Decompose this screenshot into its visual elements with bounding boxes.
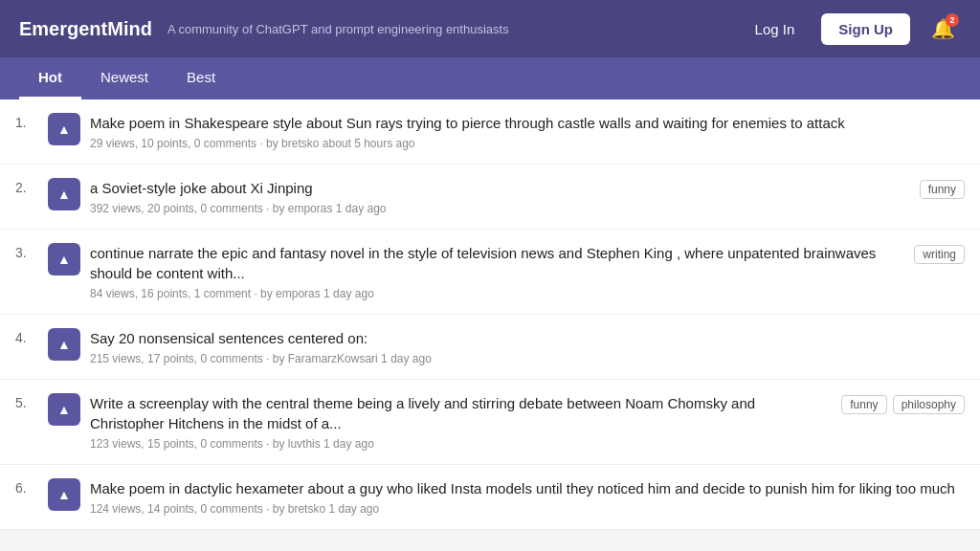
item-content: Make poem in dactylic hexameter about a … bbox=[90, 478, 965, 516]
upvote-arrow-icon: ▲ bbox=[57, 338, 71, 351]
tag-philosophy[interactable]: philosophy bbox=[893, 395, 965, 414]
item-content: continue narrate the epic and fantasy no… bbox=[90, 243, 904, 300]
item-number: 6. bbox=[15, 478, 38, 496]
site-logo: EmergentMind bbox=[19, 18, 152, 40]
upvote-arrow-icon: ▲ bbox=[57, 187, 71, 201]
nav-tabs: Hot Newest Best bbox=[0, 57, 980, 99]
tag-funny[interactable]: funny bbox=[841, 395, 886, 414]
login-button[interactable]: Log In bbox=[744, 15, 807, 43]
item-content: Write a screenplay with the central them… bbox=[90, 393, 832, 451]
item-tags: writing bbox=[914, 243, 965, 264]
notification-badge: 2 bbox=[946, 13, 959, 27]
signup-button[interactable]: Sign Up bbox=[821, 13, 910, 45]
upvote-button[interactable]: ▲ bbox=[48, 478, 80, 511]
item-number: 1. bbox=[15, 113, 38, 130]
list-item: 1.▲Make poem in Shakespeare style about … bbox=[0, 99, 980, 165]
item-meta: 84 views, 16 points, 1 comment · by empo… bbox=[90, 287, 904, 300]
tag-funny[interactable]: funny bbox=[920, 180, 965, 199]
upvote-arrow-icon: ▲ bbox=[57, 488, 71, 501]
header: EmergentMind A community of ChatGPT and … bbox=[0, 0, 980, 57]
item-title[interactable]: a Soviet-style joke about Xi Jinping bbox=[90, 178, 910, 198]
upvote-button[interactable]: ▲ bbox=[48, 243, 80, 276]
list-item: 4.▲Say 20 nonsensical sentences centered… bbox=[0, 315, 980, 380]
site-tagline: A community of ChatGPT and prompt engine… bbox=[167, 22, 509, 36]
item-meta: 123 views, 15 points, 0 comments · by lu… bbox=[90, 437, 832, 451]
tab-best[interactable]: Best bbox=[167, 57, 234, 99]
item-number: 4. bbox=[15, 328, 38, 345]
upvote-arrow-icon: ▲ bbox=[57, 253, 71, 266]
item-content: Make poem in Shakespeare style about Sun… bbox=[90, 113, 965, 150]
item-meta: 392 views, 20 points, 0 comments · by em… bbox=[90, 202, 910, 215]
item-number: 5. bbox=[15, 393, 38, 410]
item-tags: funny bbox=[920, 178, 965, 199]
posts-list: 1.▲Make poem in Shakespeare style about … bbox=[0, 99, 980, 530]
upvote-button[interactable]: ▲ bbox=[48, 328, 80, 361]
item-title[interactable]: Write a screenplay with the central them… bbox=[90, 393, 832, 433]
item-meta: 215 views, 17 points, 0 comments · by Fa… bbox=[90, 352, 965, 365]
upvote-arrow-icon: ▲ bbox=[57, 122, 71, 136]
item-content: Say 20 nonsensical sentences centered on… bbox=[90, 328, 965, 365]
upvote-button[interactable]: ▲ bbox=[48, 113, 80, 145]
list-item: 6.▲Make poem in dactylic hexameter about… bbox=[0, 465, 980, 530]
item-title[interactable]: Say 20 nonsensical sentences centered on… bbox=[90, 328, 965, 348]
upvote-arrow-icon: ▲ bbox=[57, 403, 71, 416]
item-title[interactable]: Make poem in Shakespeare style about Sun… bbox=[90, 113, 965, 133]
tag-writing[interactable]: writing bbox=[914, 245, 965, 264]
item-number: 3. bbox=[15, 243, 38, 260]
notification-bell[interactable]: 🔔 2 bbox=[925, 11, 961, 46]
item-meta: 29 views, 10 points, 0 comments · by bre… bbox=[90, 137, 965, 150]
item-content: a Soviet-style joke about Xi Jinping392 … bbox=[90, 178, 910, 215]
item-tags: funnyphilosophy bbox=[841, 393, 965, 414]
tab-newest[interactable]: Newest bbox=[81, 57, 167, 99]
item-number: 2. bbox=[15, 178, 38, 195]
item-title[interactable]: continue narrate the epic and fantasy no… bbox=[90, 243, 904, 283]
upvote-button[interactable]: ▲ bbox=[48, 178, 80, 210]
tab-hot[interactable]: Hot bbox=[19, 57, 81, 99]
list-item: 3.▲continue narrate the epic and fantasy… bbox=[0, 230, 980, 315]
item-meta: 124 views, 14 points, 0 comments · by br… bbox=[90, 502, 965, 516]
list-item: 2.▲a Soviet-style joke about Xi Jinping3… bbox=[0, 165, 980, 230]
upvote-button[interactable]: ▲ bbox=[48, 393, 80, 426]
item-title[interactable]: Make poem in dactylic hexameter about a … bbox=[90, 478, 965, 498]
list-item: 5.▲Write a screenplay with the central t… bbox=[0, 380, 980, 465]
